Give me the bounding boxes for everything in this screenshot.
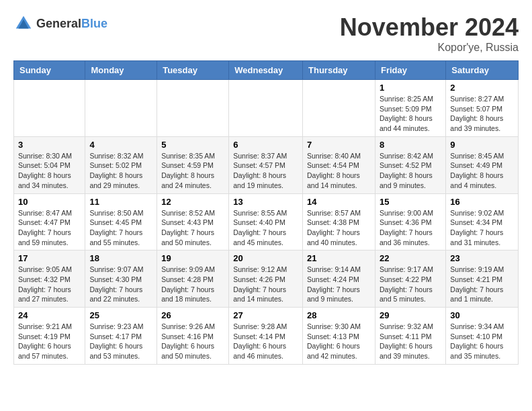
day-number: 9 xyxy=(450,140,514,150)
calendar-cell: 29Sunrise: 9:32 AMSunset: 4:11 PMDayligh… xyxy=(375,308,445,365)
day-number: 1 xyxy=(380,83,441,93)
calendar-cell: 8Sunrise: 8:42 AMSunset: 4:52 PMDaylight… xyxy=(375,136,445,193)
day-info: Sunrise: 9:09 AMSunset: 4:28 PMDaylight:… xyxy=(161,265,224,304)
day-number: 10 xyxy=(18,197,81,207)
logo: GeneralBlue xyxy=(13,13,107,34)
day-info: Sunrise: 9:26 AMSunset: 4:16 PMDaylight:… xyxy=(161,322,224,361)
calendar-cell: 19Sunrise: 9:09 AMSunset: 4:28 PMDayligh… xyxy=(157,250,229,308)
weekday-header: Sunday xyxy=(14,61,85,80)
calendar-week-row: 3Sunrise: 8:30 AMSunset: 5:04 PMDaylight… xyxy=(14,136,519,193)
day-info: Sunrise: 8:37 AMSunset: 4:57 PMDaylight:… xyxy=(233,151,298,191)
day-info: Sunrise: 8:25 AMSunset: 5:09 PMDaylight:… xyxy=(380,94,441,134)
weekday-header: Monday xyxy=(85,61,157,80)
calendar-cell: 1Sunrise: 8:25 AMSunset: 5:09 PMDaylight… xyxy=(375,80,445,137)
calendar-table: SundayMondayTuesdayWednesdayThursdayFrid… xyxy=(13,60,519,365)
day-info: Sunrise: 8:42 AMSunset: 4:52 PMDaylight:… xyxy=(380,151,441,191)
day-number: 20 xyxy=(233,253,298,263)
day-info: Sunrise: 8:45 AMSunset: 4:49 PMDaylight:… xyxy=(450,151,514,191)
calendar-cell: 30Sunrise: 9:34 AMSunset: 4:10 PMDayligh… xyxy=(446,308,519,365)
weekday-header: Tuesday xyxy=(157,61,229,80)
day-number: 5 xyxy=(161,140,224,150)
day-number: 13 xyxy=(233,197,298,207)
day-info: Sunrise: 9:28 AMSunset: 4:14 PMDaylight:… xyxy=(233,322,298,361)
weekday-header: Thursday xyxy=(303,61,375,80)
day-info: Sunrise: 9:05 AMSunset: 4:32 PMDaylight:… xyxy=(18,265,81,304)
day-info: Sunrise: 8:57 AMSunset: 4:38 PMDaylight:… xyxy=(307,208,371,248)
calendar-cell: 24Sunrise: 9:21 AMSunset: 4:19 PMDayligh… xyxy=(14,308,85,365)
day-info: Sunrise: 8:47 AMSunset: 4:47 PMDaylight:… xyxy=(18,208,81,248)
day-number: 28 xyxy=(307,310,371,320)
calendar-cell: 18Sunrise: 9:07 AMSunset: 4:30 PMDayligh… xyxy=(85,250,157,308)
calendar-week-row: 10Sunrise: 8:47 AMSunset: 4:47 PMDayligh… xyxy=(14,193,519,250)
calendar-cell: 15Sunrise: 9:00 AMSunset: 4:36 PMDayligh… xyxy=(375,193,445,250)
calendar-cell: 16Sunrise: 9:02 AMSunset: 4:34 PMDayligh… xyxy=(446,193,519,250)
day-info: Sunrise: 9:07 AMSunset: 4:30 PMDaylight:… xyxy=(89,265,152,304)
calendar-week-row: 17Sunrise: 9:05 AMSunset: 4:32 PMDayligh… xyxy=(14,250,519,308)
day-info: Sunrise: 9:30 AMSunset: 4:13 PMDaylight:… xyxy=(307,322,371,361)
weekday-header-row: SundayMondayTuesdayWednesdayThursdayFrid… xyxy=(14,61,519,80)
calendar-cell: 3Sunrise: 8:30 AMSunset: 5:04 PMDaylight… xyxy=(14,136,85,193)
location-title: Kopor'ye, Russia xyxy=(340,42,519,54)
day-number: 15 xyxy=(380,197,441,207)
day-info: Sunrise: 9:32 AMSunset: 4:11 PMDaylight:… xyxy=(380,322,441,361)
logo-icon xyxy=(13,13,34,34)
day-number: 27 xyxy=(233,310,298,320)
calendar-cell: 5Sunrise: 8:35 AMSunset: 4:59 PMDaylight… xyxy=(157,136,229,193)
day-info: Sunrise: 8:32 AMSunset: 5:02 PMDaylight:… xyxy=(89,151,152,191)
calendar-cell xyxy=(229,80,303,137)
day-number: 14 xyxy=(307,197,371,207)
day-number: 7 xyxy=(307,140,371,150)
day-info: Sunrise: 9:23 AMSunset: 4:17 PMDaylight:… xyxy=(89,322,152,361)
calendar-cell: 11Sunrise: 8:50 AMSunset: 4:45 PMDayligh… xyxy=(85,193,157,250)
calendar-cell xyxy=(157,80,229,137)
day-number: 8 xyxy=(380,140,441,150)
weekday-header: Friday xyxy=(375,61,445,80)
calendar-cell: 23Sunrise: 9:19 AMSunset: 4:21 PMDayligh… xyxy=(446,250,519,308)
day-number: 18 xyxy=(89,253,152,263)
day-info: Sunrise: 9:02 AMSunset: 4:34 PMDaylight:… xyxy=(450,208,514,248)
month-title: November 2024 xyxy=(340,13,519,42)
calendar-cell: 17Sunrise: 9:05 AMSunset: 4:32 PMDayligh… xyxy=(14,250,85,308)
page-header: GeneralBlue November 2024 Kopor'ye, Russ… xyxy=(13,13,519,54)
day-info: Sunrise: 8:27 AMSunset: 5:07 PMDaylight:… xyxy=(450,94,514,134)
calendar-cell xyxy=(14,80,85,137)
calendar-cell: 28Sunrise: 9:30 AMSunset: 4:13 PMDayligh… xyxy=(303,308,375,365)
calendar-cell: 26Sunrise: 9:26 AMSunset: 4:16 PMDayligh… xyxy=(157,308,229,365)
calendar-cell: 7Sunrise: 8:40 AMSunset: 4:54 PMDaylight… xyxy=(303,136,375,193)
calendar-week-row: 1Sunrise: 8:25 AMSunset: 5:09 PMDaylight… xyxy=(14,80,519,137)
day-info: Sunrise: 8:30 AMSunset: 5:04 PMDaylight:… xyxy=(18,151,81,191)
day-info: Sunrise: 9:19 AMSunset: 4:21 PMDaylight:… xyxy=(450,265,514,304)
calendar-cell: 12Sunrise: 8:52 AMSunset: 4:43 PMDayligh… xyxy=(157,193,229,250)
day-number: 23 xyxy=(450,253,514,263)
day-info: Sunrise: 9:21 AMSunset: 4:19 PMDaylight:… xyxy=(18,322,81,361)
day-number: 11 xyxy=(89,197,152,207)
day-info: Sunrise: 8:55 AMSunset: 4:40 PMDaylight:… xyxy=(233,208,298,248)
day-number: 17 xyxy=(18,253,81,263)
day-number: 30 xyxy=(450,310,514,320)
weekday-header: Wednesday xyxy=(229,61,303,80)
title-area: November 2024 Kopor'ye, Russia xyxy=(340,13,519,54)
day-number: 22 xyxy=(380,253,441,263)
day-info: Sunrise: 8:50 AMSunset: 4:45 PMDaylight:… xyxy=(89,208,152,248)
calendar-cell xyxy=(85,80,157,137)
logo-text-blue: Blue xyxy=(81,17,107,30)
day-number: 12 xyxy=(161,197,224,207)
day-number: 6 xyxy=(233,140,298,150)
day-number: 24 xyxy=(18,310,81,320)
day-info: Sunrise: 9:00 AMSunset: 4:36 PMDaylight:… xyxy=(380,208,441,248)
calendar-cell: 4Sunrise: 8:32 AMSunset: 5:02 PMDaylight… xyxy=(85,136,157,193)
day-number: 4 xyxy=(89,140,152,150)
calendar-cell: 10Sunrise: 8:47 AMSunset: 4:47 PMDayligh… xyxy=(14,193,85,250)
weekday-header: Saturday xyxy=(446,61,519,80)
calendar-cell: 14Sunrise: 8:57 AMSunset: 4:38 PMDayligh… xyxy=(303,193,375,250)
day-number: 3 xyxy=(18,140,81,150)
day-number: 19 xyxy=(161,253,224,263)
calendar-cell: 6Sunrise: 8:37 AMSunset: 4:57 PMDaylight… xyxy=(229,136,303,193)
day-number: 16 xyxy=(450,197,514,207)
day-info: Sunrise: 9:14 AMSunset: 4:24 PMDaylight:… xyxy=(307,265,371,304)
calendar-week-row: 24Sunrise: 9:21 AMSunset: 4:19 PMDayligh… xyxy=(14,308,519,365)
calendar-cell: 9Sunrise: 8:45 AMSunset: 4:49 PMDaylight… xyxy=(446,136,519,193)
day-number: 2 xyxy=(450,83,514,93)
calendar-cell xyxy=(303,80,375,137)
calendar-cell: 25Sunrise: 9:23 AMSunset: 4:17 PMDayligh… xyxy=(85,308,157,365)
